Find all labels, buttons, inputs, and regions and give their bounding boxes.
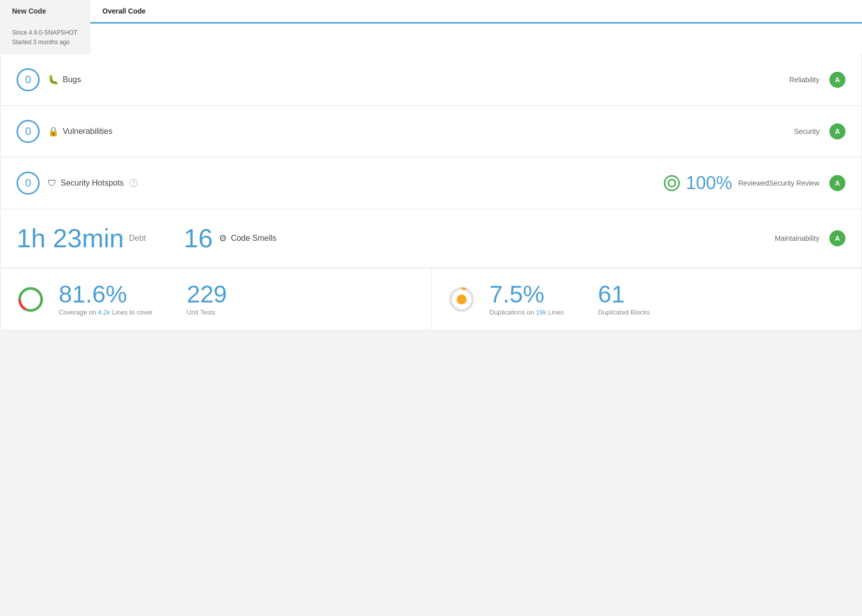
vulnerabilities-icon-label: 🔒 Vulnerabilities bbox=[48, 126, 112, 137]
duplicated-blocks-label: Duplicated Blocks bbox=[598, 309, 650, 316]
duplication-percent[interactable]: 7.5% bbox=[490, 282, 564, 306]
coverage-lines-value[interactable]: 4.2k bbox=[98, 309, 110, 316]
duplicated-blocks-value[interactable]: 61 bbox=[598, 282, 650, 306]
security-review-label: Security Review bbox=[769, 179, 819, 187]
smells-label: Code Smells bbox=[231, 234, 276, 243]
duplication-lines-value[interactable]: 19k bbox=[536, 309, 546, 316]
bug-icon: 🐛 bbox=[48, 74, 59, 85]
reliability-label: Reliability bbox=[789, 76, 819, 84]
reliability-rating: A bbox=[829, 72, 845, 88]
hotspots-row: 0 🛡 Security Hotspots ? 100% Reviewed Se… bbox=[1, 158, 861, 209]
svg-point-5 bbox=[457, 294, 467, 304]
coverage-percent[interactable]: 81.6% bbox=[59, 282, 153, 306]
bugs-right: Reliability A bbox=[789, 72, 845, 88]
vulnerabilities-label: Vulnerabilities bbox=[63, 127, 112, 136]
smells-icon-label: ⚙ Code Smells bbox=[219, 233, 276, 244]
unit-tests-group: 229 Unit Tests bbox=[187, 282, 227, 316]
security-label: Security bbox=[794, 127, 819, 135]
bugs-value[interactable]: 0 bbox=[17, 68, 40, 91]
coverage-cell: 81.6% Coverage on 4.2k Lines to cover 22… bbox=[1, 268, 432, 330]
tab-new-code[interactable]: New Code bbox=[0, 0, 90, 24]
maintainability-row: 1h 23min Debt 16 ⚙ Code Smells Maintaina… bbox=[1, 209, 861, 268]
duplicated-blocks-group: 61 Duplicated Blocks bbox=[598, 282, 650, 316]
reviewed-percent: 100% bbox=[686, 173, 732, 194]
tab-overall-code[interactable]: Overall Code bbox=[90, 0, 862, 24]
vulnerabilities-row: 0 🔒 Vulnerabilities Security A bbox=[1, 106, 861, 158]
new-code-label: New Code bbox=[12, 7, 46, 15]
hotspots-label: Security Hotspots bbox=[61, 179, 123, 188]
shield-icon: 🛡 bbox=[48, 178, 57, 189]
unit-tests-label: Unit Tests bbox=[187, 309, 227, 316]
new-code-info: Since 4.9.0-SNAPSHOT Started 3 months ag… bbox=[0, 23, 90, 54]
coverage-sub-label: Coverage on 4.2k Lines to cover bbox=[59, 309, 153, 316]
bugs-label: Bugs bbox=[63, 75, 81, 84]
duplications-cell: 7.5% Duplications on 19k Lines 61 Duplic… bbox=[432, 268, 862, 330]
hotspots-right: Security Review A bbox=[769, 175, 845, 191]
security-review-rating: A bbox=[829, 175, 845, 191]
vulnerabilities-left: 0 🔒 Vulnerabilities bbox=[17, 120, 794, 143]
debt-value[interactable]: 1h 23min bbox=[17, 225, 124, 251]
duplications-data: 7.5% Duplications on 19k Lines bbox=[490, 282, 564, 316]
hotspots-left: 0 🛡 Security Hotspots ? bbox=[17, 172, 664, 195]
new-code-since: Since 4.9.0-SNAPSHOT bbox=[12, 29, 77, 36]
hotspots-icon-label: 🛡 Security Hotspots ? bbox=[48, 178, 137, 189]
vulnerabilities-right: Security A bbox=[794, 123, 845, 139]
duplication-sub-label: Duplications on 19k Lines bbox=[490, 309, 564, 316]
maintainability-left: 1h 23min Debt 16 ⚙ Code Smells bbox=[17, 223, 775, 253]
coverage-ring bbox=[17, 285, 45, 314]
hotspots-middle: 100% Reviewed bbox=[664, 173, 769, 194]
coverage-data: 81.6% Coverage on 4.2k Lines to cover bbox=[59, 282, 153, 316]
maintainability-right: Maintainability A bbox=[775, 230, 845, 246]
svg-point-0 bbox=[668, 180, 675, 187]
reviewed-label: Reviewed bbox=[738, 179, 769, 187]
smells-value[interactable]: 16 bbox=[184, 223, 213, 253]
debt-label: Debt bbox=[129, 234, 146, 243]
main-content: 0 🐛 Bugs Reliability A 0 🔒 Vulnerabiliti… bbox=[0, 54, 862, 331]
smell-icon: ⚙ bbox=[219, 233, 227, 244]
hotspots-value[interactable]: 0 bbox=[17, 172, 40, 195]
unit-tests-value[interactable]: 229 bbox=[187, 282, 227, 306]
bugs-left: 0 🐛 Bugs bbox=[17, 68, 789, 91]
maintainability-rating: A bbox=[829, 230, 845, 246]
new-code-started: Started 3 months ago bbox=[12, 39, 70, 46]
hotspots-help-icon[interactable]: ? bbox=[129, 179, 137, 187]
overall-code-label: Overall Code bbox=[102, 7, 146, 15]
lock-icon: 🔒 bbox=[48, 126, 59, 137]
maintainability-label: Maintainability bbox=[775, 234, 819, 242]
bottom-row: 81.6% Coverage on 4.2k Lines to cover 22… bbox=[1, 268, 861, 330]
bugs-icon-label: 🐛 Bugs bbox=[48, 74, 81, 85]
bugs-row: 0 🐛 Bugs Reliability A bbox=[1, 54, 861, 106]
duplication-ring bbox=[448, 285, 476, 314]
vulnerabilities-value[interactable]: 0 bbox=[17, 120, 40, 143]
security-rating: A bbox=[829, 123, 845, 139]
reviewed-circle bbox=[664, 175, 680, 191]
